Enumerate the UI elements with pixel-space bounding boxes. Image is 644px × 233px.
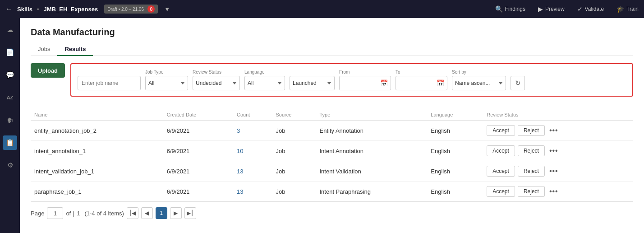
filter-job-name-group xyxy=(78,76,141,90)
filter-review-status-group: Review Status All Undecided Accepted Rej… xyxy=(193,70,240,90)
top-nav: ← Skills • JMB_EH_Expenses Draft • 2.0 –… xyxy=(0,0,644,18)
upload-button[interactable]: Upload xyxy=(31,63,65,78)
of-label: of | xyxy=(66,210,74,217)
col-type: Type xyxy=(316,110,427,121)
reject-button[interactable]: Reject xyxy=(518,166,545,177)
cell-source: Job xyxy=(272,161,316,182)
sidebar-item-speech[interactable]: 🗣 xyxy=(3,113,17,127)
sort-by-label: Sort by xyxy=(452,70,506,75)
cell-created-date: 6/9/2021 xyxy=(163,141,233,161)
filter-refresh-group: ↻ xyxy=(511,70,525,90)
cell-type: Entity Annotation xyxy=(316,121,427,141)
col-name: Name xyxy=(31,110,163,121)
prev-page-button[interactable]: ◀ xyxy=(141,207,153,219)
col-review-status: Review Status xyxy=(483,110,633,121)
from-date-input[interactable] xyxy=(342,80,378,86)
filter-job-type-group: Job Type All Annotation Validation Parap… xyxy=(145,70,188,90)
col-source: Source xyxy=(272,110,316,121)
accept-button[interactable]: Accept xyxy=(487,125,515,136)
cell-source: Job xyxy=(272,182,316,202)
sidebar-item-data[interactable]: 📋 xyxy=(3,135,17,150)
review-status-select[interactable]: All Undecided Accepted Rejected xyxy=(193,76,240,90)
cell-source: Job xyxy=(272,141,316,161)
refresh-button[interactable]: ↻ xyxy=(511,76,525,90)
language-select[interactable]: All English French German xyxy=(244,76,285,90)
preview-icon: ▶ xyxy=(538,5,543,13)
more-options-button[interactable]: ••• xyxy=(549,167,558,175)
validate-icon: ✓ xyxy=(577,5,583,13)
to-date-wrap: 📅 xyxy=(396,76,447,90)
cell-name: intent_validation_job_1 xyxy=(31,161,163,182)
draft-badge: Draft • 2.0 – 21.06 0 xyxy=(104,5,158,14)
accept-button[interactable]: Accept xyxy=(487,166,515,177)
from-date-wrap: 📅 xyxy=(339,76,391,90)
next-page-button[interactable]: ▶ xyxy=(170,207,182,219)
to-calendar-icon[interactable]: 📅 xyxy=(437,79,444,87)
sort-by-select[interactable]: Name ascen... Name descending Date ascen… xyxy=(452,76,506,90)
reject-button[interactable]: Reject xyxy=(518,145,545,156)
back-button[interactable]: ← xyxy=(5,5,13,13)
accept-button[interactable]: Accept xyxy=(487,145,515,156)
table-row: intent_annotation_1 6/9/2021 10 Job Inte… xyxy=(31,141,633,161)
nav-skill-title: Skills xyxy=(17,6,32,13)
tab-jobs[interactable]: Jobs xyxy=(31,43,57,56)
content-controls: Upload Job Type All Annotation Validatio… xyxy=(31,63,633,104)
train-action[interactable]: 🎓 Train xyxy=(616,5,639,13)
reject-button[interactable]: Reject xyxy=(518,125,545,136)
cell-language: English xyxy=(427,161,483,182)
filter-status-group: Launched Pending Completed xyxy=(290,70,335,90)
cell-type: Intent Paraphrasing xyxy=(316,182,427,202)
cell-source: Job xyxy=(272,121,316,141)
first-page-button[interactable]: ⎮◀ xyxy=(127,207,138,219)
job-type-label: Job Type xyxy=(145,70,188,75)
filter-sort-group: Sort by Name ascen... Name descending Da… xyxy=(452,70,506,90)
to-date-input[interactable] xyxy=(399,80,435,86)
job-type-select[interactable]: All Annotation Validation Paraphrase xyxy=(145,76,188,90)
cell-count[interactable]: 3 xyxy=(233,121,272,141)
to-label: To xyxy=(396,70,447,75)
more-options-button[interactable]: ••• xyxy=(549,187,558,196)
sidebar-item-az[interactable]: AZ xyxy=(3,90,17,105)
project-dropdown-arrow[interactable]: ▼ xyxy=(164,6,170,13)
preview-action[interactable]: ▶ Preview xyxy=(538,5,565,13)
sidebar-item-home[interactable]: ☁ xyxy=(3,23,17,37)
more-options-button[interactable]: ••• xyxy=(549,126,558,135)
job-name-input[interactable] xyxy=(78,76,141,90)
sidebar-item-chat[interactable]: 💬 xyxy=(3,68,17,82)
more-options-button[interactable]: ••• xyxy=(549,147,558,155)
total-pages: 1 xyxy=(77,210,80,217)
cell-actions: Accept Reject ••• xyxy=(483,121,633,141)
main-content: Data Manufacturing Jobs Results Upload J… xyxy=(20,18,644,233)
cell-count[interactable]: 13 xyxy=(233,182,272,202)
findings-icon: 🔍 xyxy=(495,5,503,13)
cell-language: English xyxy=(427,121,483,141)
sidebar: ☁ 📄 💬 AZ 🗣 📋 ⚙ xyxy=(0,18,20,233)
draft-count: 0 xyxy=(147,5,155,13)
reject-button[interactable]: Reject xyxy=(518,186,545,197)
validate-action[interactable]: ✓ Validate xyxy=(577,5,604,13)
page-label: Page xyxy=(31,210,44,217)
sidebar-item-docs[interactable]: 📄 xyxy=(3,45,17,60)
last-page-button[interactable]: ▶⎮ xyxy=(184,207,196,219)
filter-from-group: From 📅 xyxy=(339,70,391,90)
cell-count[interactable]: 10 xyxy=(233,141,272,161)
from-calendar-icon[interactable]: 📅 xyxy=(380,79,388,87)
status-select[interactable]: Launched Pending Completed xyxy=(290,76,335,90)
findings-action[interactable]: 🔍 Findings xyxy=(495,5,525,13)
accept-button[interactable]: Accept xyxy=(487,186,515,197)
cell-created-date: 6/9/2021 xyxy=(163,161,233,182)
tab-results[interactable]: Results xyxy=(57,43,93,56)
review-status-label: Review Status xyxy=(193,70,240,75)
sidebar-item-settings[interactable]: ⚙ xyxy=(3,158,17,172)
table-row: entity_annotation_job_2 6/9/2021 3 Job E… xyxy=(31,121,633,141)
page-1-button[interactable]: 1 xyxy=(156,207,167,219)
nav-project-title: JMB_EH_Expenses xyxy=(44,6,98,13)
cell-language: English xyxy=(427,141,483,161)
page-number-input[interactable] xyxy=(47,207,63,219)
train-icon: 🎓 xyxy=(616,5,624,13)
cell-language: English xyxy=(427,182,483,202)
table-row: intent_validation_job_1 6/9/2021 13 Job … xyxy=(31,161,633,182)
cell-count[interactable]: 13 xyxy=(233,161,272,182)
cell-actions: Accept Reject ••• xyxy=(483,161,633,182)
tabs-bar: Jobs Results xyxy=(31,43,633,56)
